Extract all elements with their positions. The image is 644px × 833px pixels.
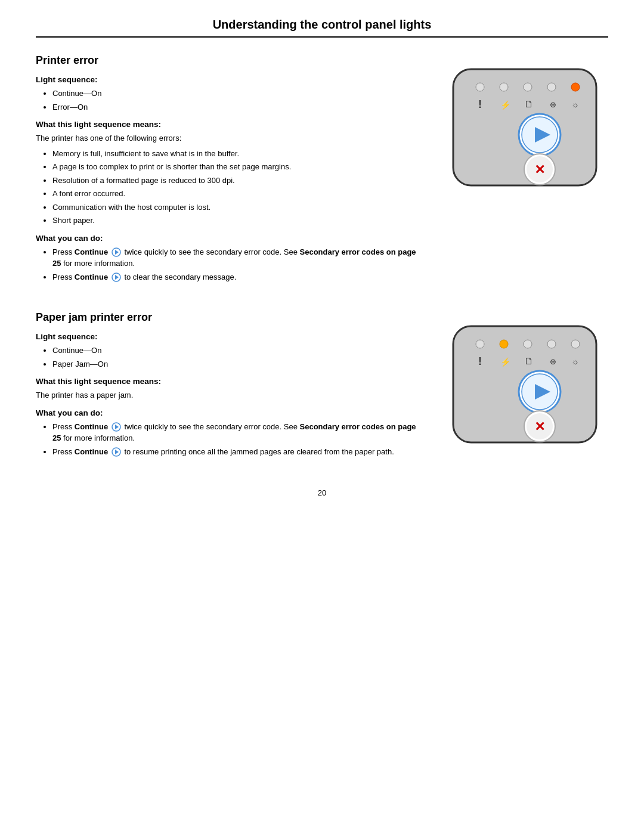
light-sequence-list-1: Continue—On Error—On: [36, 88, 423, 113]
what-do-heading-2: What you can do:: [36, 408, 423, 417]
svg-text:☼: ☼: [572, 100, 580, 109]
svg-text:⊕: ⊕: [550, 100, 556, 109]
list-item: Short paper.: [52, 215, 423, 227]
what-means-heading-1: What this light sequence means:: [36, 120, 423, 129]
list-item: Continue—On: [52, 345, 423, 357]
list-item: Memory is full, insufficient to save wha…: [52, 148, 423, 160]
what-do-heading-1: What you can do:: [36, 234, 423, 243]
printer-error-content: Printer error Light sequence: Continue—O…: [36, 54, 423, 290]
svg-text:⊕: ⊕: [550, 357, 556, 366]
svg-marker-1: [115, 250, 119, 255]
svg-marker-24: [115, 450, 119, 454]
what-means-heading-2: What this light sequence means:: [36, 377, 423, 386]
what-means-block-2: What this light sequence means: The prin…: [36, 377, 423, 401]
svg-text:🗋: 🗋: [524, 356, 534, 366]
what-means-desc-1: The printer has one of the following err…: [36, 132, 423, 144]
svg-text:⚡: ⚡: [500, 357, 511, 367]
printer-panel-1: ! ⚡ 🗋 ⊕ ☼ ✕: [441, 54, 608, 290]
list-item: Press Continue to resume printing once a…: [52, 446, 423, 458]
page-title: Understanding the control panel lights: [213, 18, 432, 31]
paper-jam-heading: Paper jam printer error: [36, 311, 423, 324]
svg-marker-3: [115, 275, 119, 280]
list-item: Press Continue to clear the secondary me…: [52, 271, 423, 283]
what-means-block-1: What this light sequence means: The prin…: [36, 120, 423, 227]
what-do-block-1: What you can do: Press Continue twice qu…: [36, 234, 423, 283]
svg-point-9: [571, 83, 580, 91]
svg-point-29: [547, 340, 556, 348]
svg-text:!: !: [478, 98, 482, 110]
printer-error-section: Printer error Light sequence: Continue—O…: [36, 54, 608, 290]
continue-icon: [112, 447, 121, 457]
light-sequence-block-2: Light sequence: Continue—On Paper Jam—On: [36, 332, 423, 370]
svg-text:✕: ✕: [534, 419, 545, 434]
list-item: Press Continue twice quickly to see the …: [52, 246, 423, 270]
what-means-desc-2: The printer has a paper jam.: [36, 389, 423, 401]
svg-point-5: [476, 83, 484, 91]
svg-text:☼: ☼: [572, 357, 580, 366]
svg-text:!: !: [478, 355, 482, 367]
list-item: Communication with the host computer is …: [52, 202, 423, 213]
list-item: Paper Jam—On: [52, 358, 423, 370]
list-item: A font error occurred.: [52, 188, 423, 200]
svg-marker-22: [115, 425, 119, 429]
svg-point-6: [500, 83, 508, 91]
svg-point-7: [524, 83, 532, 91]
printer-panel-2: ! ⚡ 🗋 ⊕ ☼ ✕: [441, 311, 608, 465]
page-number: 20: [36, 488, 608, 497]
svg-text:🗋: 🗋: [524, 99, 534, 109]
list-item: Error—On: [52, 101, 423, 113]
list-item: A page is too complex to print or is sho…: [52, 161, 423, 173]
light-sequence-heading-1: Light sequence:: [36, 75, 423, 84]
list-item: Press Continue twice quickly to see the …: [52, 421, 423, 444]
svg-point-28: [524, 340, 532, 348]
svg-point-26: [476, 340, 484, 348]
printer-error-heading: Printer error: [36, 54, 423, 67]
svg-point-8: [547, 83, 556, 91]
continue-icon: [112, 272, 121, 282]
what-do-list-2: Press Continue twice quickly to see the …: [36, 421, 423, 458]
paper-jam-section: Paper jam printer error Light sequence: …: [36, 311, 608, 465]
light-sequence-block-1: Light sequence: Continue—On Error—On: [36, 75, 423, 113]
printer-panel-svg-1: ! ⚡ 🗋 ⊕ ☼ ✕: [447, 60, 602, 191]
printer-panel-svg-2: ! ⚡ 🗋 ⊕ ☼ ✕: [447, 317, 602, 448]
list-item: Continue—On: [52, 88, 423, 100]
what-means-list-1: Memory is full, insufficient to save wha…: [36, 148, 423, 227]
svg-point-27: [500, 340, 508, 348]
light-sequence-list-2: Continue—On Paper Jam—On: [36, 345, 423, 370]
what-do-block-2: What you can do: Press Continue twice qu…: [36, 408, 423, 458]
paper-jam-content: Paper jam printer error Light sequence: …: [36, 311, 423, 465]
continue-icon: [112, 247, 121, 257]
continue-icon: [112, 422, 121, 432]
page-title-container: Understanding the control panel lights: [36, 18, 608, 38]
svg-point-30: [571, 340, 580, 348]
svg-text:✕: ✕: [534, 162, 545, 177]
page-number-value: 20: [318, 488, 326, 497]
what-do-list-1: Press Continue twice quickly to see the …: [36, 246, 423, 283]
svg-text:⚡: ⚡: [500, 100, 511, 110]
list-item: Resolution of a formatted page is reduce…: [52, 175, 423, 187]
light-sequence-heading-2: Light sequence:: [36, 332, 423, 341]
